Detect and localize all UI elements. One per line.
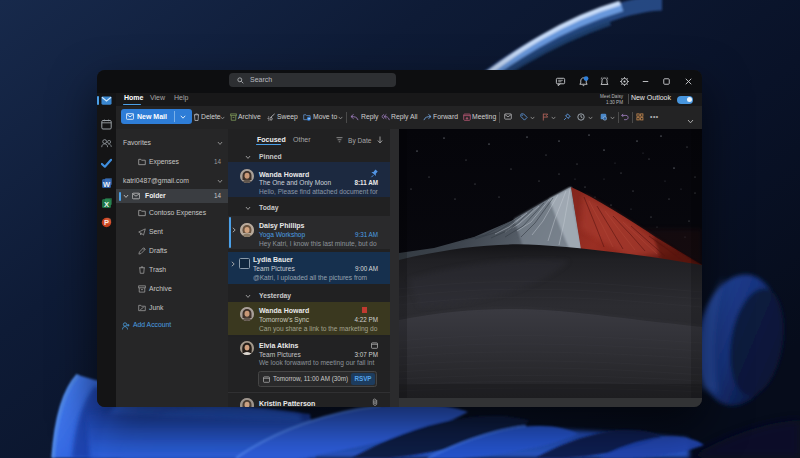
svg-text:W: W [103, 180, 111, 189]
svg-text:P: P [104, 218, 109, 227]
svg-text:X: X [104, 200, 109, 209]
